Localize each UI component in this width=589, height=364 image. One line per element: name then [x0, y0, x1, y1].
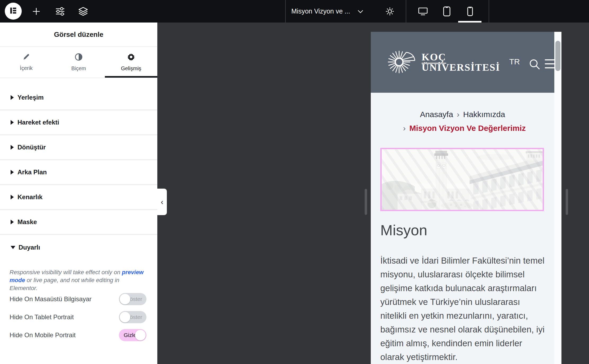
note-text: or live page, and not while editing in E…: [10, 277, 119, 291]
tab-label: Gelişmiş: [121, 65, 141, 72]
plus-icon: [31, 6, 41, 16]
chevron-left-icon: ‹: [161, 197, 163, 206]
caret-right-icon: [11, 120, 14, 125]
site-logo-text[interactable]: KOÇ ÜNİVERSİTESİ: [422, 52, 500, 73]
breadcrumb: Anasayfa›Hakkımızda ›Misyon Vizyon Ve De…: [371, 108, 554, 135]
tab-gelismis[interactable]: Gelişmiş: [105, 47, 157, 78]
selected-image-widget[interactable]: [380, 148, 544, 211]
mission-paragraph: İktisadi ve İdari Bilimler Fakültesi’nin…: [380, 254, 546, 364]
hamburger-menu-icon[interactable]: [545, 59, 555, 71]
breadcrumb-separator: ›: [453, 110, 463, 119]
chevron-down-icon: [358, 7, 363, 15]
toggle-knob: [120, 312, 130, 322]
toolbar-divider: [285, 0, 286, 23]
hide-on-mobile-label: Hide On Mobile Portrait: [10, 331, 75, 339]
caret-right-icon: [11, 170, 14, 175]
toggle-knob: [120, 294, 130, 304]
caret-right-icon: [11, 95, 14, 100]
toolbar-divider: [489, 0, 489, 23]
hide-on-mobile-row: Hide On Mobile Portrait Gizle: [0, 326, 157, 344]
desktop-icon: [418, 6, 428, 16]
caret-down-icon: [11, 246, 15, 249]
panel-title: Görsel düzenle: [54, 30, 103, 39]
breadcrumb-separator: ›: [399, 124, 409, 132]
toolbar-divider: [406, 0, 406, 23]
settings-panel: Görsel düzenle İçerik Biçem: [0, 23, 157, 364]
mobile-preview-frame: KOÇ ÜNİVERSİTESİ TR Anasayfa›Hakkımızda …: [371, 32, 561, 364]
section-maske[interactable]: Maske: [0, 210, 157, 235]
note-text: Responsive visibility will take effect o…: [10, 269, 122, 276]
contrast-icon: [75, 53, 83, 62]
site-settings-button[interactable]: [54, 0, 66, 23]
section-duyarli[interactable]: Duyarlı: [0, 235, 157, 260]
site-header: KOÇ ÜNİVERSİTESİ TR: [371, 32, 561, 93]
panel-header: Görsel düzenle: [0, 23, 157, 47]
section-arka-plan[interactable]: Arka Plan: [0, 160, 157, 185]
hide-on-tablet-toggle[interactable]: Göster: [119, 311, 146, 323]
panel-collapse-handle[interactable]: ‹: [157, 189, 167, 215]
responsive-desktop-button[interactable]: [417, 0, 429, 23]
responsive-mobile-button[interactable]: [464, 0, 476, 23]
scrollbar-thumb[interactable]: [555, 41, 560, 71]
section-hareket-efekti[interactable]: Hareket efekti: [0, 110, 157, 135]
breadcrumb-current[interactable]: Misyon Vizyon Ve Değerlerimiz: [409, 124, 526, 132]
advanced-sections: Yerleşim Hareket efekti Dönüştür Arka Pl…: [0, 78, 157, 260]
section-donustur[interactable]: Dönüştür: [0, 135, 157, 160]
active-device-indicator: [458, 21, 481, 23]
hide-on-tablet-label: Hide On Tablet Portrait: [10, 313, 74, 321]
pencil-icon: [23, 53, 30, 62]
panel-tabs: İçerik Biçem Gelişmiş: [0, 47, 157, 78]
mobile-icon: [467, 6, 473, 16]
toggle-state-label: Gizle: [124, 329, 136, 341]
tab-bicem[interactable]: Biçem: [52, 47, 105, 78]
sliders-icon: [55, 6, 66, 17]
responsive-tablet-button[interactable]: [441, 0, 453, 23]
hide-on-desktop-row: Hide On Masaüstü Bilgisayar Göster: [0, 290, 157, 308]
document-title: Misyon Vizyon ve ...: [291, 7, 350, 15]
page-heading: Misyon: [380, 221, 427, 239]
navigator-button[interactable]: [77, 0, 90, 23]
tab-label: İçerik: [20, 65, 33, 71]
top-toolbar: Misyon Vizyon ve ...: [0, 0, 589, 23]
preview-resize-handle-left[interactable]: [365, 189, 367, 215]
responsive-visibility-note: Responsive visibility will take effect o…: [10, 268, 148, 292]
document-switcher[interactable]: Misyon Vizyon ve ...: [291, 0, 363, 23]
faded-overlay: [382, 149, 543, 210]
elementor-editor: Misyon Vizyon ve ...: [0, 0, 589, 364]
breadcrumb-parent[interactable]: Hakkımızda: [463, 110, 505, 119]
gear-filled-icon: [127, 53, 135, 62]
caret-right-icon: [11, 195, 14, 199]
caret-right-icon: [11, 220, 14, 224]
koc-nautilus-logo-icon: [386, 49, 418, 76]
layers-icon: [77, 6, 89, 17]
language-switcher[interactable]: TR: [509, 57, 520, 66]
responsive-controls: Hide On Masaüstü Bilgisayar Göster Hide …: [0, 290, 157, 344]
hide-on-desktop-toggle[interactable]: Göster: [119, 293, 146, 305]
logo-line-2: ÜNİVERSİTESİ: [422, 62, 500, 73]
hide-on-desktop-label: Hide On Masaüstü Bilgisayar: [10, 295, 91, 303]
search-icon[interactable]: [529, 58, 541, 72]
caret-right-icon: [11, 145, 14, 150]
elementor-menu-button[interactable]: [5, 3, 22, 20]
tab-label: Biçem: [71, 65, 86, 72]
document-settings-button[interactable]: [383, 0, 396, 23]
preview-scrollbar[interactable]: [554, 32, 561, 364]
breadcrumb-home[interactable]: Anasayfa: [420, 110, 453, 119]
preview-resize-handle-right[interactable]: [566, 189, 568, 215]
hide-on-mobile-toggle[interactable]: Gizle: [119, 329, 146, 341]
toggle-knob: [135, 330, 146, 340]
hide-on-tablet-row: Hide On Tablet Portrait Göster: [0, 308, 157, 326]
tab-icerik[interactable]: İçerik: [0, 47, 52, 78]
section-yerlesim[interactable]: Yerleşim: [0, 86, 157, 110]
add-element-button[interactable]: [30, 0, 42, 23]
elementor-logo-icon: [8, 6, 18, 16]
gear-icon: [385, 6, 395, 17]
tablet-icon: [443, 6, 451, 17]
section-kenarlik[interactable]: Kenarlık: [0, 185, 157, 210]
